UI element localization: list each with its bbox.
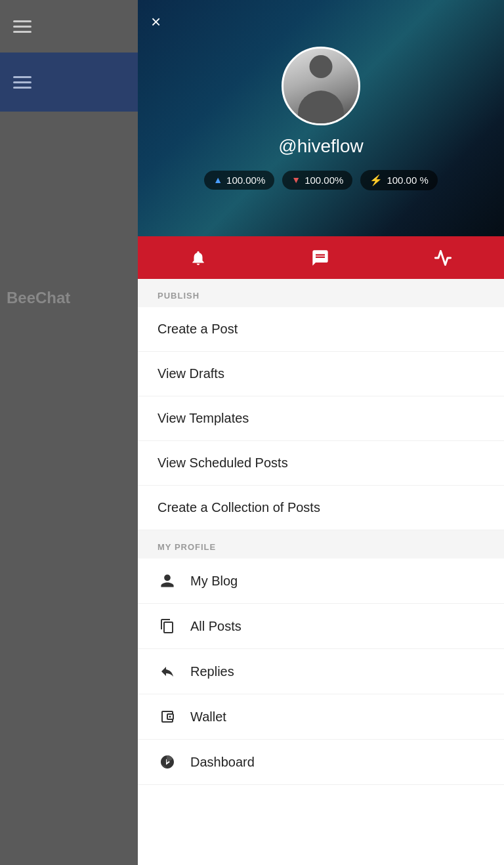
create-post-label: Create a Post [158,322,238,337]
downvote-value: 100.00% [304,175,343,186]
create-collection-item[interactable]: Create a Collection of Posts [138,486,504,530]
stats-row: ▲ 100.00% ▼ 100.00% ⚡ 100.00 % [204,170,438,190]
person-icon [158,573,177,589]
profile-header: × @hiveflow ▲ 100.00% ▼ 100.00% ⚡ 100.00… [138,0,504,236]
sidebar: BeeChat [0,0,138,865]
username-label: @hiveflow [278,136,364,157]
view-drafts-item[interactable]: View Drafts [138,352,504,396]
hamburger-mid-icon[interactable] [13,76,32,89]
hamburger-top-icon[interactable] [13,20,32,33]
power-stat: ⚡ 100.00 % [360,170,437,190]
replies-item[interactable]: Replies [138,649,504,694]
all-posts-label: All Posts [190,619,242,634]
copy-icon [158,618,177,634]
avatar-image [284,49,358,123]
sidebar-blue-bar [0,53,138,112]
my-blog-label: My Blog [190,574,238,589]
dashboard-pie-icon [158,754,177,770]
dashboard-label: Dashboard [190,755,255,770]
avatar [282,47,360,125]
my-blog-item[interactable]: My Blog [138,559,504,604]
view-scheduled-posts-label: View Scheduled Posts [158,455,288,471]
wallet-label: Wallet [190,709,226,725]
upvote-stat: ▲ 100.00% [204,171,274,190]
publish-section-header: PUBLISH [138,279,504,307]
my-profile-section-header: MY PROFILE [138,530,504,559]
close-button[interactable]: × [151,13,161,30]
view-scheduled-posts-item[interactable]: View Scheduled Posts [138,441,504,486]
upvote-value: 100.00% [226,175,265,186]
downvote-stat: ▼ 100.00% [282,171,352,190]
all-posts-item[interactable]: All Posts [138,604,504,649]
power-bolt-icon: ⚡ [369,174,383,186]
upvote-arrow-icon: ▲ [213,175,222,185]
menu-content: PUBLISH Create a Post View Drafts View T… [138,279,504,865]
wallet-icon [158,709,177,725]
view-drafts-label: View Drafts [158,366,224,381]
activity-button[interactable] [421,243,465,272]
wallet-item[interactable]: Wallet [138,694,504,740]
dashboard-item[interactable]: Dashboard [138,740,504,785]
chat-button[interactable] [298,243,343,272]
notifications-button[interactable] [177,244,220,272]
reply-icon [158,664,177,679]
svg-point-0 [169,716,171,718]
sidebar-main-content: BeeChat [0,112,138,865]
create-post-item[interactable]: Create a Post [138,307,504,352]
overlay-panel: × @hiveflow ▲ 100.00% ▼ 100.00% ⚡ 100.00… [138,0,504,865]
view-templates-label: View Templates [158,411,249,426]
power-value: 100.00 % [387,175,428,186]
view-templates-item[interactable]: View Templates [138,396,504,441]
create-collection-label: Create a Collection of Posts [158,500,320,515]
downvote-arrow-icon: ▼ [291,175,301,185]
sidebar-top-bar [0,0,138,53]
replies-label: Replies [190,664,234,679]
action-bar [138,236,504,279]
app-name-label: BeeChat [7,289,70,307]
